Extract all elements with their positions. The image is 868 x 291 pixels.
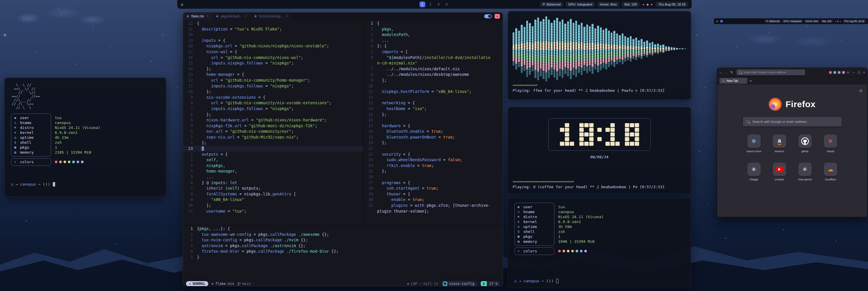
menu-launcher-icon[interactable]: ≡ [716, 20, 718, 23]
code-line: 12 url = "github:nix-community/home-mana… [183, 78, 363, 83]
code-line: 4 nixpkgs-f2k.url = "github:moni-dz/nixp… [183, 123, 363, 129]
tab-new-tab[interactable]: New Tab [719, 78, 747, 84]
editor-pane-packages[interactable]: 1{pkgs, ...}: {1 tux-awesome-wm-config =… [183, 225, 503, 280]
tray-icon[interactable]: ◆ [837, 20, 838, 22]
back-button[interactable]: ← [719, 70, 723, 74]
workspace-4[interactable]: 4 [444, 1, 450, 7]
buffer-tab-hosts/isoImag...[interactable]: ❄hosts/isoImag...× [251, 12, 291, 20]
menu-button[interactable]: ≡ [847, 70, 849, 74]
buffer-tab-pkgs/default...[interactable]: ❄pkgs/default...× [212, 12, 251, 20]
code-line: 1{ [363, 21, 503, 26]
list-icon: ≡ [481, 281, 487, 286]
extension-icon[interactable] [829, 71, 832, 74]
line-number: 20 [183, 32, 197, 38]
line-number: 11 [183, 208, 197, 214]
extension-icon[interactable] [842, 71, 845, 74]
workspace-2[interactable]: 2 [428, 1, 433, 7]
new-tab-button[interactable]: + [750, 79, 752, 83]
tray-icon[interactable]: ● [651, 3, 653, 6]
terminal-fetch-left[interactable]: \ \ // ==\__\/ // // \// ==// //== //\__… [4, 78, 166, 197]
url-bar[interactable]: Search with Google or enter address [737, 69, 805, 75]
cloudflare-icon: ☁ [824, 163, 837, 176]
close-button[interactable]: × [863, 71, 865, 74]
code-line: 25 }; [363, 169, 503, 174]
status-chip: Home: 6ms [804, 20, 819, 23]
workspace-indicator[interactable] [720, 20, 723, 22]
tray-icon[interactable]: ● [840, 20, 841, 22]
code-line: 4}: { [363, 43, 503, 49]
firefox-window[interactable]: ← → ↻ Search with Google or enter addres… [717, 68, 867, 217]
extension-icon[interactable] [834, 71, 836, 74]
refresh-button[interactable]: ↻ [731, 70, 733, 74]
menu-launcher-icon[interactable]: ≡ [181, 2, 183, 7]
nix-file-icon: ❄ [187, 14, 189, 18]
menu-launcher-icon[interactable]: ≡ [3, 32, 6, 38]
fetch-info: ◉usertux⌂hnamecanopus❄distroNixOS 24.11 … [514, 203, 684, 254]
code-line: 10 ]; [183, 203, 363, 208]
cloud [9, 2, 107, 29]
shortcut-github[interactable]: github [792, 135, 818, 153]
code-line: 8 ../../modules/nixos/desktop/awesome [363, 72, 503, 78]
nix-file-icon: ❄ [216, 14, 218, 18]
close-buffer-icon[interactable]: × [286, 14, 288, 18]
shortcut-cloudflare[interactable]: ☁cloudflare [818, 163, 843, 181]
buffer-tab-flake.nix[interactable]: ❄flake.nix× [183, 12, 212, 20]
workspace-1[interactable]: 1 [420, 1, 425, 7]
color-swatch [580, 250, 583, 252]
terminal-clock[interactable]: 08/08/24 ==========================> Pla… [508, 107, 691, 194]
terminal-fetch-right[interactable]: ◉usertux⌂hnamecanopus❄distroNixOS 24.11 … [508, 198, 691, 288]
close-window-button[interactable]: × [495, 14, 500, 19]
cursor [53, 182, 55, 186]
editor-pane-iso[interactable]: 1{1 pkgs,2 modulesPath,3 ...4}: {5 impor… [363, 20, 503, 225]
shortcut-claude[interactable]: ✳claude [818, 135, 843, 153]
minimize-button[interactable]: – [853, 71, 855, 74]
line-number: 2 [183, 237, 197, 243]
line-number: 21 [363, 146, 377, 152]
code-line: 15 inputs.nixpkgs.follows = "nixpkgs"; [183, 60, 363, 66]
search-icon [739, 71, 742, 74]
neovim-window[interactable]: ❄flake.nix×❄pkgs/default...×❄hosts/isoIm… [183, 12, 503, 286]
terminal-visualizer[interactable]: ==========> Playing: ffee for your head)… [508, 11, 691, 100]
line-number: 16 [363, 117, 377, 123]
line-number: 2 [183, 157, 197, 163]
settings-gear-icon[interactable]: ⚙ [859, 89, 863, 93]
folder-icon [443, 282, 447, 286]
newtab-search-input[interactable]: Search with Google or enter address [743, 117, 842, 126]
color-swatch [567, 250, 569, 252]
home-icon: ⌂ [514, 279, 517, 283]
home-icon: ⌂ [11, 182, 13, 186]
color-swatch [571, 250, 574, 252]
color-swatch [76, 161, 79, 163]
close-buffer-icon[interactable]: × [245, 14, 247, 18]
code-line: 3 nur.url = "github:nix-community/nur"; [183, 129, 363, 135]
color-swatch [81, 161, 84, 163]
code-line: 19 bluetooth.powerOnBoot = true; [363, 135, 503, 140]
shell-prompt[interactable]: ⌂ → canopus ~ ))) [514, 279, 684, 283]
code-line: 5 nixos-hardware.url = "github:nixos/nix… [183, 117, 363, 123]
shortcut-search.nixos[interactable]: ❄search.nixos [741, 135, 767, 153]
line-number: 3 [183, 163, 197, 169]
tray-icon[interactable]: ● [642, 3, 644, 6]
status-chip: Bat: 100 [622, 2, 640, 7]
extension-icon[interactable] [838, 71, 840, 74]
shortcut-amazon[interactable]: aamazon [767, 135, 792, 153]
editor-pane-flake[interactable]: 22{21 description = "tux's NixOS Flake";… [183, 20, 363, 225]
code-line: 1 pkgs, [363, 26, 503, 32]
workspace-3[interactable]: 3 [436, 1, 441, 7]
toggle-pill[interactable] [484, 14, 492, 18]
close-buffer-icon[interactable]: × [207, 14, 209, 18]
forward-button[interactable]: → [725, 70, 728, 74]
line-number: 29 [363, 192, 377, 197]
code-line: 11 nixpkgs.hostPlatform = "x86_64-linux"… [363, 89, 503, 95]
code-line: 31 plugins = with pkgs.xfce; [thunar-arc… [363, 203, 503, 208]
shortcut-youtube[interactable]: youtube [767, 163, 792, 181]
line-number: 16 [183, 55, 197, 61]
tray-icon[interactable]: ● [835, 20, 836, 22]
shell-prompt[interactable]: ⌂ → canopus ~ ))) [11, 182, 160, 186]
tray-icon[interactable]: ◆ [646, 3, 649, 6]
maximize-button[interactable]: ▢ [858, 71, 860, 74]
shortcut-chatgpt[interactable]: ✳chatgpt [741, 163, 767, 181]
scroll-position: ≡ 17 % [481, 281, 500, 286]
code-line: 6 }; [183, 112, 363, 118]
shortcut-chat.openai[interactable]: ✳chat.openai [792, 163, 818, 181]
